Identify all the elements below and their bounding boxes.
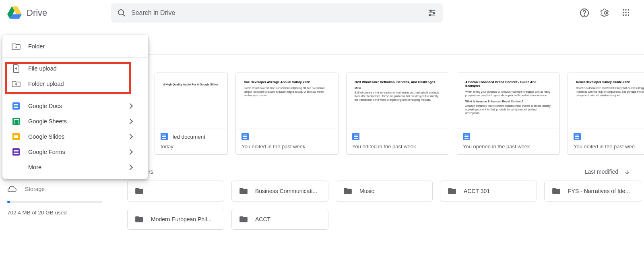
folder-item[interactable]: ACCT: [231, 209, 328, 230]
apps-grid-icon[interactable]: [621, 8, 631, 18]
search-input[interactable]: [131, 9, 423, 17]
menu-item-label: More: [28, 164, 41, 170]
arrow-down-icon: [624, 168, 630, 175]
card-preview: B2B Wholesale: Definition, Benefits, And…: [347, 73, 449, 129]
svg-point-9: [584, 15, 585, 16]
docs-icon: [242, 133, 249, 140]
gear-icon[interactable]: [601, 8, 610, 18]
folder-icon: [239, 187, 248, 195]
storage-text: 702.4 MB of 20 GB used: [7, 210, 104, 216]
card-preview: d High-Quality Audio For A Google Slides: [155, 73, 227, 129]
folder-icon: [343, 187, 352, 195]
card-subtitle: You edited in the past week: [242, 143, 332, 150]
folder-name: ACCT 301: [464, 188, 490, 194]
cloud-icon: [7, 185, 17, 193]
svg-point-19: [628, 15, 630, 16]
suggested-card[interactable]: d High-Quality Audio For A Google Slides…: [155, 73, 228, 155]
card-subtitle: You edited in the past week: [352, 143, 443, 150]
card-preview: Vue Developer Average Annual Salary 2022…: [236, 73, 338, 129]
card-subtitle: today: [161, 143, 222, 150]
header-icons: [580, 8, 638, 18]
folder-upload-icon: [11, 79, 21, 89]
menu-item-google-docs[interactable]: Google Docs: [2, 98, 148, 114]
blank-icon: [11, 162, 21, 172]
docs-icon: [161, 133, 168, 140]
google-docs-icon: [11, 101, 21, 111]
folder-icon: [448, 187, 456, 195]
suggested-card[interactable]: Amazon Enhanced Brand Content - Guide An…: [457, 73, 560, 155]
folder-name: Modern European Phil...: [151, 216, 212, 222]
svg-point-10: [604, 12, 607, 14]
new-folder-icon: [11, 42, 21, 51]
menu-item-new-folder[interactable]: Folder: [2, 39, 148, 54]
docs-icon: [352, 133, 359, 140]
search-options-icon[interactable]: [427, 8, 437, 18]
card-preview: Amazon Enhanced Brand Content - Guide An…: [457, 73, 559, 129]
menu-item-label: Google Forms: [28, 149, 65, 155]
header: Drive: [0, 0, 644, 26]
folder-icon: [239, 216, 248, 223]
card-subtitle: You edited in the past wee: [574, 143, 644, 150]
folder-icon: [135, 216, 144, 223]
storage-label: Storage: [25, 186, 45, 192]
help-icon[interactable]: [580, 8, 589, 18]
google-forms-icon: [11, 147, 21, 157]
sort-label: Last modified: [585, 168, 618, 175]
svg-point-3: [430, 10, 431, 12]
menu-item-label: Google Sheets: [28, 118, 67, 125]
folder-icon: [135, 187, 144, 195]
folder-item[interactable]: [127, 181, 224, 202]
svg-point-15: [625, 12, 627, 13]
search-icon[interactable]: [117, 8, 126, 18]
card-preview: React Developer Salary Guide 2022 React …: [568, 73, 644, 129]
sort-control[interactable]: Last modified: [585, 168, 630, 175]
folder-name: FYS - Narratives of Ide...: [568, 188, 630, 194]
folder-name: Business Communicati...: [255, 188, 317, 194]
svg-point-0: [118, 10, 124, 15]
drive-logo-icon: [6, 6, 23, 20]
svg-line-1: [123, 14, 125, 16]
folder-item[interactable]: Music: [336, 181, 433, 202]
folder-item[interactable]: Business Communicati...: [231, 181, 328, 202]
menu-item-google-forms[interactable]: Google Forms: [2, 144, 148, 160]
menu-item-google-sheets[interactable]: Google Sheets: [2, 114, 148, 129]
suggested-card[interactable]: React Developer Salary Guide 2022 React …: [568, 73, 644, 155]
menu-item-label: Folder: [28, 43, 45, 50]
menu-item-folder-upload[interactable]: Folder upload: [2, 76, 148, 91]
menu-item-label: Folder upload: [28, 81, 64, 87]
svg-point-16: [628, 12, 630, 13]
menu-item-file-upload[interactable]: File upload: [2, 61, 148, 76]
folder-item[interactable]: ACCT 301: [440, 181, 537, 202]
svg-point-12: [625, 9, 627, 11]
svg-point-13: [628, 9, 630, 11]
card-subtitle: You opened in the past week: [463, 143, 554, 150]
search-bar[interactable]: [111, 3, 443, 23]
folder-icon: [552, 187, 561, 195]
folder-name: Music: [359, 188, 374, 194]
card-title: led document: [173, 134, 205, 140]
folder-item[interactable]: FYS - Narratives of Ide...: [544, 181, 641, 202]
menu-item-label: File upload: [28, 65, 57, 72]
folder-grid: Business Communicati... Music ACCT 301 F…: [10, 181, 644, 230]
google-sheets-icon: [11, 116, 21, 126]
menu-item-google-slides[interactable]: Google Slides: [2, 129, 148, 144]
google-slides-icon: [11, 132, 21, 141]
app-name: Drive: [27, 8, 47, 18]
svg-point-5: [433, 12, 435, 14]
suggested-card[interactable]: B2B Wholesale: Definition, Benefits, And…: [346, 73, 449, 155]
svg-point-18: [625, 15, 627, 16]
svg-point-14: [623, 12, 624, 13]
file-upload-icon: [11, 64, 21, 73]
menu-item-label: Google Slides: [28, 133, 64, 140]
docs-icon: [574, 133, 581, 140]
storage-bar: [7, 201, 102, 203]
svg-point-11: [623, 9, 624, 11]
svg-point-7: [429, 15, 431, 16]
menu-item-label: Google Docs: [28, 103, 62, 109]
suggested-card[interactable]: Vue Developer Average Annual Salary 2022…: [235, 73, 339, 155]
storage-section[interactable]: Storage 702.4 MB of 20 GB used: [7, 185, 104, 216]
menu-item-more[interactable]: More: [2, 160, 148, 175]
folder-item[interactable]: Modern European Phil...: [127, 209, 224, 230]
brand[interactable]: Drive: [6, 6, 111, 20]
new-context-menu: Folder File upload Folder upload Google …: [2, 35, 148, 179]
